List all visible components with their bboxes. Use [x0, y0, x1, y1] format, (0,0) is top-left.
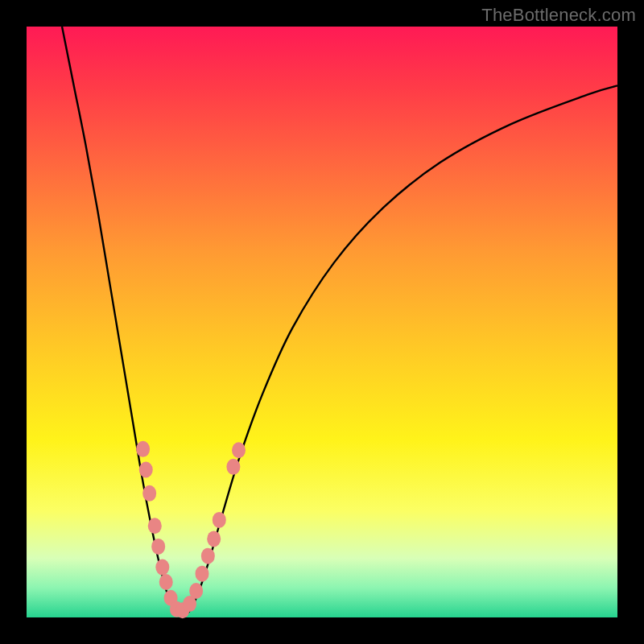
marker-dot [189, 583, 203, 599]
marker-dot [142, 485, 156, 502]
marker-dot [155, 559, 169, 576]
marker-dot [139, 462, 153, 478]
chart-svg [27, 27, 617, 617]
bottleneck-curve [62, 27, 617, 616]
marker-dot [195, 566, 208, 582]
marker-dot [151, 539, 165, 555]
curve-markers [136, 441, 246, 618]
marker-dot [213, 512, 226, 528]
plot-area [27, 27, 617, 617]
watermark-text: TheBottleneck.com [481, 5, 636, 26]
marker-dot [207, 530, 221, 547]
marker-dot [201, 548, 215, 564]
marker-dot [232, 442, 246, 458]
marker-dot [148, 518, 162, 534]
marker-dot [226, 459, 240, 475]
marker-dot [159, 574, 173, 590]
marker-dot [136, 441, 150, 457]
chart-frame: TheBottleneck.com [0, 0, 644, 644]
